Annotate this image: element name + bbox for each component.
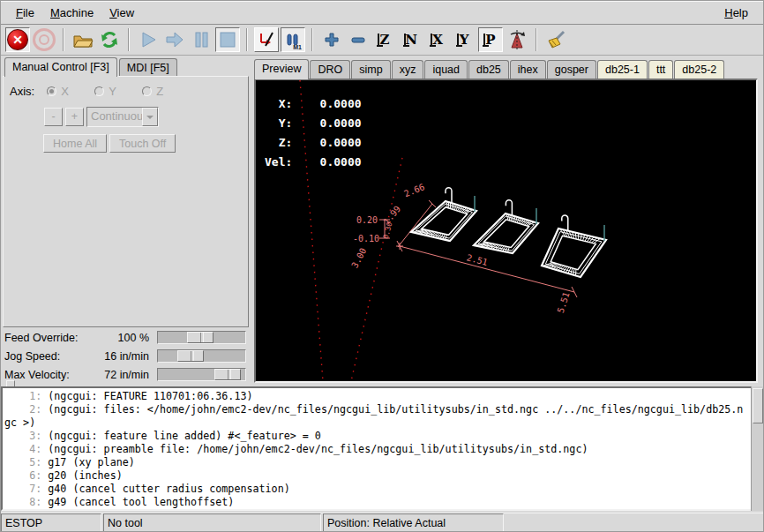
- view-z-button[interactable]: Z: [372, 27, 397, 52]
- manual-control-panel: Manual Control [F3] MDI [F5] Axis: XYZ -…: [1, 56, 251, 384]
- tab-manual-control[interactable]: Manual Control [F3]: [4, 57, 117, 77]
- radio-icon: [94, 86, 104, 96]
- slider-row-jog-speed: Jog Speed:16 in/min: [1, 347, 251, 365]
- svg-text:2.66: 2.66: [402, 182, 425, 199]
- tab-ttt[interactable]: ttt: [648, 60, 673, 79]
- step-button[interactable]: [162, 27, 187, 52]
- jog-speed-label: Jog Speed:: [1, 350, 89, 363]
- jog-speed-slider-handle[interactable]: [177, 350, 204, 362]
- gcode-line[interactable]: 1: (ngcgui: FEATURE 110701:06.36.13): [4, 390, 748, 403]
- feed-override-slider[interactable]: [157, 331, 246, 344]
- jog-mode-combobox[interactable]: Continuous: [86, 107, 159, 127]
- estop-button[interactable]: ✕: [5, 27, 30, 52]
- position-mode-cell: Position: Relative Actual: [323, 513, 504, 532]
- menu-view[interactable]: View: [101, 4, 142, 22]
- rotate-view-button[interactable]: [505, 27, 529, 52]
- skip-lines-button[interactable]: [254, 27, 279, 52]
- left-notebook-tabs: Manual Control [F3] MDI [F5]: [1, 56, 251, 76]
- machine-power-button[interactable]: [32, 27, 56, 52]
- tool-cell: No tool: [103, 513, 321, 532]
- run-button[interactable]: [136, 27, 161, 52]
- tab-simp[interactable]: simp: [351, 60, 390, 79]
- tab-gosper[interactable]: gosper: [547, 60, 596, 79]
- run-icon: [139, 30, 158, 49]
- zoom-in-button[interactable]: [319, 27, 344, 52]
- reload-button[interactable]: [97, 27, 122, 52]
- pause-button[interactable]: [189, 27, 213, 52]
- statusbar: ESTOP No tool Position: Relative Actual: [1, 513, 763, 532]
- tab-preview[interactable]: Preview: [254, 59, 309, 79]
- axis-label: Axis:: [10, 85, 34, 98]
- slider-row-feed-override: Feed Override:100 %: [1, 328, 251, 347]
- clear-plot-button[interactable]: [543, 27, 568, 52]
- open-file-icon: [72, 30, 94, 49]
- gcode-line[interactable]: 2: (ngcgui: files: </home/john/emc2-dev/…: [4, 403, 748, 430]
- view-z-rotated-button[interactable]: N: [399, 27, 423, 52]
- gcode-line[interactable]: 7: g40 (cancel cutter radius compensatio…: [4, 483, 748, 496]
- svg-text:3.00: 3.00: [349, 246, 368, 269]
- rotate-view-icon: [506, 29, 528, 50]
- tab-iquad[interactable]: iquad: [424, 60, 468, 79]
- menu-machine[interactable]: Machine: [42, 4, 101, 22]
- clear-plot-icon: [545, 29, 566, 50]
- gcode-listing[interactable]: 1: (ngcgui: FEATURE 110701:06.36.13) 2: …: [1, 386, 763, 511]
- max-velocity-slider-handle[interactable]: [214, 369, 241, 380]
- tab-db25-1[interactable]: db25-1: [597, 60, 648, 79]
- preview-panel: PreviewDROsimpxyziquaddb25ihexgosperdb25…: [252, 56, 763, 384]
- preview-canvas[interactable]: 2.513.005.511.992.660.20-0.100.30 X: 0.0…: [254, 79, 758, 383]
- touch-off-button[interactable]: Touch Off: [109, 134, 176, 153]
- gcode-line[interactable]: 3: (ngcgui: feature line added) #<_featu…: [4, 430, 748, 443]
- menu-file[interactable]: File: [8, 4, 42, 22]
- jog-speed-slider[interactable]: [157, 349, 246, 363]
- feed-override-slider-handle[interactable]: [187, 332, 213, 343]
- max-velocity-label: Max Velocity:: [1, 369, 89, 381]
- toolbar: ✕: [1, 25, 763, 56]
- toolbar-separator: [128, 28, 130, 51]
- view-x-button[interactable]: X: [425, 27, 450, 52]
- optional-stop-m1-button[interactable]: M1: [281, 27, 305, 52]
- tab-xyz[interactable]: xyz: [392, 60, 424, 79]
- pause-icon: [192, 30, 210, 49]
- zoom-out-icon: [349, 31, 367, 49]
- svg-text:-0.10: -0.10: [353, 234, 379, 244]
- zoom-in-icon: [323, 31, 341, 49]
- axis-radio-z[interactable]: Z: [142, 85, 183, 98]
- radio-icon: [142, 86, 152, 96]
- tab-db25-2[interactable]: db25-2: [674, 60, 724, 79]
- stop-button[interactable]: [215, 27, 240, 52]
- dro-readout: X: 0.0000 Y: 0.0000 Z: 0.0000 Vel: 0.000…: [265, 94, 362, 172]
- skip-lines-icon: [257, 30, 276, 49]
- feed-override-value: 100 %: [89, 332, 157, 344]
- preview-notebook-tabs: PreviewDROsimpxyziquaddb25ihexgosperdb25…: [252, 56, 763, 79]
- gcode-line[interactable]: 4: (ngcgui: preamble file: /home/john/em…: [4, 443, 748, 456]
- machine-state-cell: ESTOP: [1, 513, 101, 532]
- machine-power-icon: [33, 28, 56, 51]
- gcode-line[interactable]: 8: g49 (cancel tool lengthoffset): [4, 496, 748, 509]
- gcode-scrollbar-thumb[interactable]: [753, 388, 763, 423]
- view-perspective-button[interactable]: P: [478, 27, 503, 52]
- home-all-button[interactable]: Home All: [43, 134, 107, 153]
- open-file-button[interactable]: [71, 27, 95, 52]
- jog-plus-button[interactable]: +: [65, 108, 84, 126]
- gcode-scrollbar[interactable]: [751, 386, 763, 511]
- reload-icon: [99, 29, 120, 50]
- menu-help[interactable]: Help: [716, 4, 756, 22]
- gcode-line[interactable]: 6: g20 (inches): [4, 469, 748, 483]
- tab-db25[interactable]: db25: [468, 60, 509, 79]
- view-y-button[interactable]: Y: [452, 27, 476, 52]
- jog-minus-button[interactable]: -: [44, 108, 63, 126]
- toolbar-separator: [311, 28, 313, 51]
- stop-icon: [219, 31, 236, 49]
- axis-radio-y[interactable]: Y: [94, 85, 135, 98]
- max-velocity-slider[interactable]: [157, 368, 246, 381]
- gcode-line[interactable]: 5: g17 (xy plane): [4, 456, 748, 469]
- tab-mdi[interactable]: MDI [F5]: [119, 58, 177, 76]
- zoom-out-button[interactable]: [346, 27, 371, 52]
- svg-text:0.30: 0.30: [382, 221, 394, 240]
- axis-radio-x[interactable]: X: [47, 85, 87, 98]
- chevron-down-icon[interactable]: [142, 108, 158, 126]
- svg-text:0.20: 0.20: [356, 215, 378, 225]
- tab-dro[interactable]: DRO: [310, 60, 350, 79]
- tab-ihex[interactable]: ihex: [510, 60, 546, 79]
- svg-text:5.51: 5.51: [556, 291, 572, 314]
